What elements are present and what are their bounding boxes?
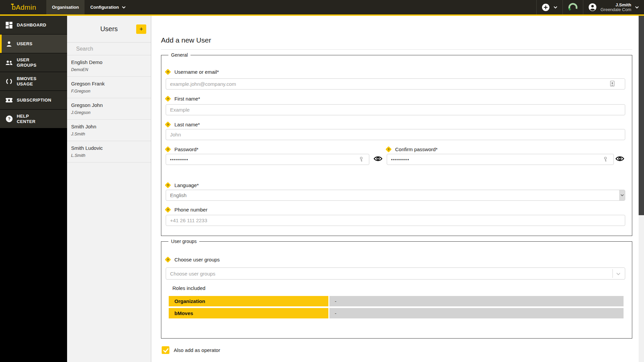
chevron-down-icon[interactable] [616, 273, 621, 276]
chevron-down-icon [635, 6, 639, 9]
list-item-user[interactable]: Gregson Frank F.Gregson [67, 77, 151, 98]
help-diamond-icon[interactable] [165, 256, 171, 262]
role-row-organization: Organization - [169, 296, 624, 306]
first-name-field[interactable] [166, 104, 625, 115]
last-name-label-row: Last name* [165, 122, 200, 127]
user-username: L.Smith [71, 153, 151, 158]
menu-organisation-label: Organisation [52, 5, 79, 10]
page-title: Add a new User [161, 36, 211, 44]
phone-label: Phone number [174, 207, 207, 213]
sidebar-item-user-groups[interactable]: USER GROUPS [0, 53, 67, 72]
sidebar: DASHBOARD USERS USER GROUPS BMOVES USAGE… [0, 16, 67, 362]
show-password-eye-icon[interactable] [615, 156, 624, 162]
sidebar-item-help-center[interactable]: ? HELP CENTER [0, 110, 67, 128]
help-icon: ? [5, 115, 13, 122]
app-logo[interactable]: bAdmin [0, 0, 46, 14]
first-name-label: First name* [174, 96, 200, 102]
choose-groups-combobox[interactable] [166, 267, 625, 280]
choose-groups-label: Choose user groups [174, 257, 220, 262]
menu-configuration[interactable]: Configuration [85, 0, 131, 14]
combobox-divider [612, 269, 613, 278]
menu-configuration-label: Configuration [90, 5, 119, 10]
sidebar-item-subscription[interactable]: SUBSCRIPTION [0, 91, 67, 109]
general-legend: General [168, 52, 191, 58]
password-field[interactable] [166, 154, 369, 165]
operator-checkbox-label: Also add as operator [174, 347, 220, 353]
sidebar-item-dashboard[interactable]: DASHBOARD [0, 16, 67, 34]
topbar-right: J.Smith Greendale Com [536, 0, 644, 14]
menu-organisation[interactable]: Organisation [46, 0, 85, 14]
help-diamond-icon[interactable] [385, 146, 391, 152]
help-diamond-icon[interactable] [165, 96, 171, 102]
help-diamond-icon[interactable] [165, 121, 171, 127]
add-circle-icon[interactable] [542, 3, 550, 11]
role-row-bmoves: bMoves - [169, 308, 624, 318]
role-name-cell: bMoves [169, 308, 328, 318]
user-username: J.Gregson [71, 110, 151, 115]
user-username: F.Gregson [71, 89, 151, 94]
user-username: J.Smith [71, 132, 151, 136]
usage-gauge-group [562, 0, 583, 14]
role-value-cell: - [329, 308, 624, 318]
list-item-user[interactable]: English Demo DemoEN [67, 55, 151, 77]
role-name-cell: Organization [169, 296, 328, 306]
confirm-password-field[interactable] [387, 154, 614, 165]
help-diamond-icon[interactable] [165, 182, 171, 188]
language-select[interactable] [166, 190, 625, 201]
help-diamond-icon[interactable] [165, 69, 171, 75]
list-item-user[interactable]: Gregson John J.Gregson [67, 98, 151, 120]
ticket-icon [5, 98, 13, 103]
username-label: Username or email* [174, 69, 219, 75]
search-input[interactable] [67, 46, 151, 52]
title-divider [161, 49, 632, 50]
user-fullname: Smith Ludovic [71, 145, 151, 151]
sidebar-item-users[interactable]: USERS [0, 35, 67, 53]
scrollbar-thumb[interactable] [639, 16, 644, 215]
quick-add-group [536, 0, 562, 14]
sidebar-item-label: HELP CENTER [17, 114, 36, 124]
page-scrollbar [639, 16, 644, 362]
user-fullname: Smith John [71, 124, 151, 129]
user-groups-fieldset: User groups Choose user groups Roles inc… [161, 241, 632, 339]
confirm-password-label-row: Confirm password* [385, 146, 438, 152]
operator-checkbox[interactable] [162, 346, 169, 354]
autofill-contact-icon[interactable] [610, 81, 614, 86]
language-label-row: Language* [165, 182, 199, 188]
sidebar-item-label: USER GROUPS [17, 57, 37, 68]
choose-groups-label-row: Choose user groups [165, 257, 220, 262]
confirm-password-label: Confirm password* [395, 146, 438, 152]
last-name-label: Last name* [174, 122, 200, 127]
add-user-button[interactable]: + [136, 24, 146, 34]
usage-circle-icon [5, 78, 13, 85]
role-value-cell: - [329, 296, 624, 306]
phone-field[interactable] [166, 215, 625, 226]
list-item-user[interactable]: Smith John J.Smith [67, 120, 151, 141]
username-field[interactable] [166, 78, 625, 89]
operator-checkbox-row: Also add as operator [162, 346, 220, 354]
user-groups-legend: User groups [168, 239, 199, 244]
user-username: DemoEN [71, 67, 151, 72]
general-fieldset: General Username or email* First name* L… [161, 55, 632, 236]
chevron-down-icon[interactable] [553, 6, 557, 9]
help-diamond-icon[interactable] [165, 146, 171, 152]
users-panel-header: Users + [67, 16, 151, 43]
select-arrow-icon[interactable] [619, 190, 625, 200]
first-name-label-row: First name* [165, 96, 200, 102]
last-name-field[interactable] [166, 129, 625, 140]
password-key-icon[interactable] [359, 157, 364, 162]
usage-gauge-icon[interactable] [568, 2, 578, 12]
top-bar: bAdmin Organisation Configuration [0, 0, 644, 16]
app-logo-text: bAdmin [12, 3, 36, 11]
list-item-user[interactable]: Smith Ludovic L.Smith [67, 141, 151, 163]
language-selected-value: English [170, 192, 186, 198]
sidebar-item-bmoves-usage[interactable]: BMOVES USAGE [0, 72, 67, 90]
sidebar-item-label: DASHBOARD [17, 22, 46, 28]
users-search-row [67, 43, 151, 55]
user-icon [5, 41, 13, 47]
password-key-icon[interactable] [603, 157, 608, 162]
help-diamond-icon[interactable] [165, 206, 171, 213]
user-fullname: Gregson John [71, 102, 151, 108]
show-password-eye-icon[interactable] [374, 156, 382, 162]
roles-included-title: Roles included [172, 285, 205, 291]
user-menu[interactable]: J.Smith Greendale Com [583, 0, 644, 14]
